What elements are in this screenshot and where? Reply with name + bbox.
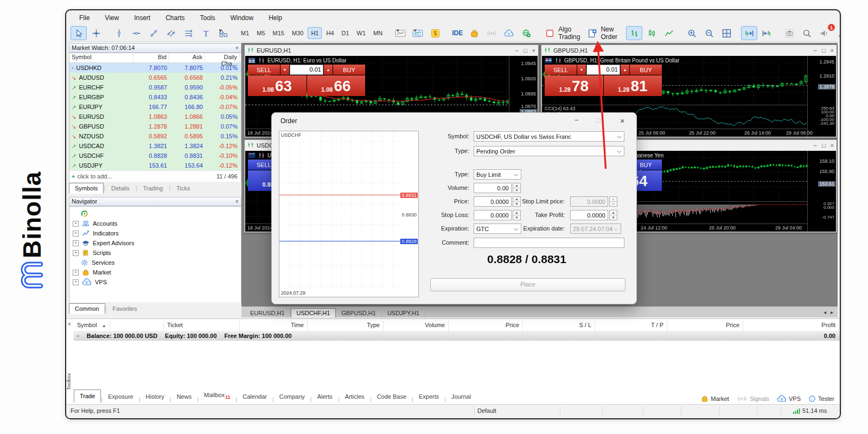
vps-cloud-icon[interactable] [501, 26, 517, 40]
column-header-bid[interactable]: Bid [133, 53, 169, 62]
chart-tab-gbpusd-h1[interactable]: GBPUSD,H1 [336, 309, 382, 317]
orders-column-sl[interactable]: S / L [523, 321, 595, 331]
expand-icon[interactable]: + [73, 231, 79, 237]
statusdock-market[interactable]: Market [701, 395, 729, 403]
expand-icon[interactable]: + [73, 279, 79, 285]
tab-trading[interactable]: Trading [137, 183, 169, 194]
chart-line-icon[interactable] [661, 26, 677, 40]
maximize-icon[interactable]: □ [596, 116, 601, 124]
toolbox-tab-company[interactable]: Company [274, 391, 310, 403]
menu-file[interactable]: File [73, 12, 96, 24]
close-icon[interactable]: × [235, 198, 239, 205]
column-header-ask[interactable]: Ask [169, 53, 205, 62]
market-watch-row-eurusd[interactable]: ↘EURUSD1.08631.08660.05% [69, 112, 241, 122]
tile-windows-icon[interactable] [718, 26, 735, 40]
toolbox-tab-mailbox[interactable]: Mailbox11 [199, 389, 235, 403]
indicator-list-icon[interactable]: ▼ [410, 26, 426, 40]
sidebar-item-market[interactable]: +Market [69, 267, 241, 277]
close-icon[interactable]: × [532, 47, 535, 54]
statusdock-vps[interactable]: VPS [777, 395, 801, 403]
sidebar-item-scripts[interactable]: +Scripts [69, 248, 241, 258]
ide-button[interactable]: IDE [450, 28, 465, 39]
chart-window-titlebar[interactable]: GBPUSD,H1 −□× [541, 45, 837, 55]
dollar-icon[interactable]: $ [427, 26, 443, 40]
timeframe-m15[interactable]: M15 [270, 27, 288, 39]
new-order-button[interactable]: New Order [583, 24, 620, 42]
tab-details[interactable]: Details [105, 183, 136, 194]
chart-line-style-icon[interactable]: ▼ [392, 26, 409, 40]
toolbox-tab-history[interactable]: History [141, 391, 170, 403]
statusdock-signals[interactable]: Signals [737, 395, 769, 403]
maximize-icon[interactable]: □ [524, 47, 527, 54]
timeframe-h1[interactable]: H1 [308, 27, 322, 39]
buy-button[interactable]: BUY [333, 65, 365, 75]
timeframe-m1[interactable]: M1 [238, 27, 252, 39]
sell-price[interactable]: 1.0863 [248, 75, 307, 96]
toolbox-tab-articles[interactable]: Articles [340, 391, 370, 403]
minimize-icon[interactable]: − [575, 116, 579, 124]
volume-field[interactable]: 0.00 [474, 183, 512, 193]
price-axis[interactable]: 158.10 155.90 153.61 0.327 0.000 -0.747 [807, 151, 836, 232]
menu-tools[interactable]: Tools [194, 12, 222, 24]
minimize-icon[interactable]: − [515, 47, 518, 54]
add-symbol-label[interactable]: click to add... [77, 173, 112, 180]
statusdock-tester[interactable]: Tester [808, 395, 834, 403]
crosshair-icon[interactable] [88, 26, 104, 40]
orders-column-ticket[interactable]: Ticket [164, 321, 240, 331]
levels-icon[interactable]: LVL [833, 26, 841, 40]
notifications-icon[interactable]: 1 [816, 26, 832, 40]
expand-icon[interactable]: + [73, 221, 79, 227]
screenshot-icon[interactable] [781, 26, 797, 40]
maximize-icon[interactable]: □ [822, 142, 826, 149]
price-axis[interactable]: 1.2945 1.2910 1.2878 250.63 100.00 0.00 … [807, 56, 836, 137]
volume-up-button[interactable]: ▲ [324, 65, 333, 75]
zoom-in-icon[interactable] [684, 26, 700, 40]
chart-tab-usdjpy-h1[interactable]: USDJPY,H1 [382, 309, 425, 317]
market-watch-row-usdhkd[interactable]: •USDHKD7.80707.80750.01% [69, 63, 241, 73]
timeframe-d1[interactable]: D1 [339, 27, 353, 39]
timeframe-mn[interactable]: MN [370, 27, 386, 39]
market-watch-row-eurgbp[interactable]: ↗EURGBP0.84330.8436-0.04% [69, 92, 241, 102]
close-icon[interactable]: × [620, 116, 625, 125]
expand-icon[interactable]: + [73, 270, 79, 276]
community-icon[interactable] [518, 26, 534, 40]
pending-type-select[interactable]: Buy Limit [474, 169, 521, 180]
signals-waves-icon[interactable] [483, 26, 500, 40]
orders-column-symbol[interactable]: Symbol ▲ [74, 321, 164, 331]
orders-column-volume[interactable]: Volume [384, 321, 449, 331]
scroll-to-end-icon[interactable] [741, 26, 757, 40]
market-watch-header[interactable]: Market Watch: 07:06:14 × [69, 43, 241, 53]
market-watch-row-usdjpy[interactable]: ↗USDJPY153.61153.64-0.12% [69, 161, 241, 170]
tab-scroll-left-icon[interactable]: ◂ [824, 309, 826, 315]
volume-input[interactable]: 0.01 [586, 65, 620, 75]
orders-column-profit[interactable]: Profit [743, 321, 839, 331]
tab-common[interactable]: Common [69, 303, 105, 314]
text-label-icon[interactable]: T [197, 26, 214, 40]
orders-column-price[interactable]: Price [449, 321, 523, 331]
toolbox-tab-exposure[interactable]: Exposure [103, 391, 138, 403]
zoom-out-icon[interactable] [701, 26, 717, 40]
chart-bars-icon[interactable] [626, 26, 642, 40]
chart-tab-eurusd-h1[interactable]: EURUSD,H1 [245, 309, 291, 317]
minimize-icon[interactable]: − [813, 142, 816, 149]
tab-ticks[interactable]: Ticks [170, 183, 196, 194]
sell-button[interactable]: SELL [545, 65, 577, 75]
orders-column-time[interactable]: Time [240, 321, 308, 331]
expand-icon[interactable]: + [73, 250, 79, 256]
toolbox-tab-alerts[interactable]: Alerts [312, 391, 338, 403]
volume-down-button[interactable]: ▼ [280, 65, 289, 75]
sidebar-item-expert-advisors[interactable]: +Expert Advisors [69, 238, 241, 248]
orders-column-price[interactable]: Price [667, 321, 743, 331]
market-watch-row-audusd[interactable]: ↘AUDUSD0.65650.65680.21% [69, 73, 241, 82]
volume-stepper[interactable]: ▲▼ [513, 183, 521, 193]
market-watch-row-gbpusd[interactable]: ↘GBPUSD1.28781.28810.07% [69, 122, 241, 131]
timeframe-m5[interactable]: M5 [253, 27, 268, 39]
menu-view[interactable]: View [98, 12, 125, 24]
equidistant-lines-icon[interactable] [180, 26, 196, 40]
chart-shift-icon[interactable] [758, 26, 775, 40]
sidebar-item-services[interactable]: Services [69, 258, 241, 267]
market-watch-row-usdcad[interactable]: ↗USDCAD1.38211.3824-0.12% [69, 141, 241, 151]
column-header-dailycha[interactable]: Daily Cha... [205, 53, 240, 62]
chart-candles-icon[interactable] [643, 26, 660, 40]
chart-tab-usdchf-h1[interactable]: USDCHF,H1 [291, 308, 336, 317]
